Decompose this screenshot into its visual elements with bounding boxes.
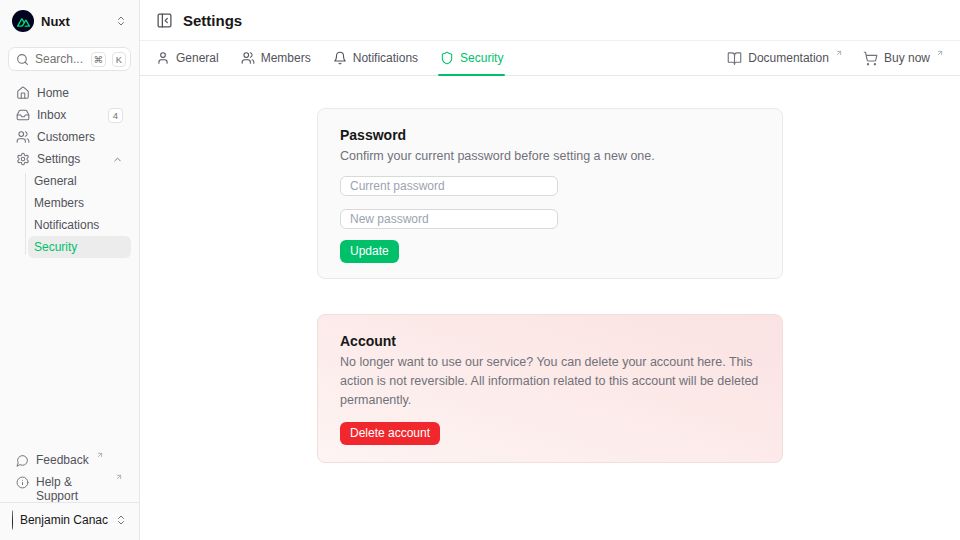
new-password-field[interactable] bbox=[340, 209, 558, 229]
info-circle-icon bbox=[16, 476, 29, 489]
team-switcher[interactable]: Nuxt bbox=[8, 8, 131, 34]
search-icon bbox=[16, 53, 29, 66]
collapse-sidebar-icon[interactable] bbox=[156, 12, 173, 29]
subitem-label: Security bbox=[34, 240, 77, 254]
chevrons-up-down-icon bbox=[115, 514, 127, 526]
sidebar-item-customers[interactable]: Customers bbox=[8, 126, 131, 148]
sidebar-item-home[interactable]: Home bbox=[8, 82, 131, 104]
sidebar-subitem-security[interactable]: Security bbox=[28, 236, 131, 258]
users-icon bbox=[16, 130, 30, 144]
feedback-link[interactable]: Feedback bbox=[8, 451, 131, 473]
buy-now-link[interactable]: Buy now bbox=[863, 51, 944, 66]
subitem-label: General bbox=[34, 174, 77, 188]
account-card: Account No longer want to use our servic… bbox=[317, 314, 783, 463]
sidebar-item-inbox[interactable]: Inbox 4 bbox=[8, 104, 131, 126]
search-input[interactable]: Search... ⌘ K bbox=[8, 47, 131, 71]
sidebar-item-settings[interactable]: Settings bbox=[8, 148, 131, 170]
sidebar-item-label: Inbox bbox=[37, 108, 101, 122]
tab-security[interactable]: Security bbox=[440, 41, 503, 75]
users-icon bbox=[241, 51, 255, 65]
shield-icon bbox=[440, 51, 454, 65]
page-header: Settings bbox=[140, 0, 960, 41]
top-links: Documentation Buy now bbox=[727, 51, 944, 66]
gear-icon bbox=[16, 152, 30, 166]
account-card-description: No longer want to use our service? You c… bbox=[340, 353, 760, 410]
user-menu[interactable]: Benjamin Canac bbox=[8, 503, 131, 532]
cart-icon bbox=[863, 51, 878, 66]
home-icon bbox=[16, 86, 30, 100]
tab-bar: General Members Notifications Security D… bbox=[140, 41, 960, 76]
inbox-icon bbox=[16, 108, 30, 122]
password-card: Password Confirm your current password b… bbox=[317, 108, 783, 279]
settings-subnav: General Members Notifications Security bbox=[25, 170, 131, 258]
sidebar-item-label: Home bbox=[37, 86, 123, 100]
page-title: Settings bbox=[183, 12, 242, 29]
avatar bbox=[12, 510, 13, 530]
inbox-count-badge: 4 bbox=[108, 108, 123, 123]
tabs: General Members Notifications Security bbox=[156, 41, 503, 75]
search-placeholder: Search... bbox=[35, 52, 85, 66]
top-link-label: Buy now bbox=[884, 51, 930, 65]
sidebar-nav: Home Inbox 4 Customers Settings General … bbox=[8, 82, 131, 258]
account-card-title: Account bbox=[340, 333, 760, 349]
chevron-up-icon bbox=[112, 154, 123, 165]
chat-bubble-icon bbox=[16, 454, 29, 467]
tab-label: Notifications bbox=[353, 51, 418, 65]
external-link-icon bbox=[835, 49, 843, 57]
nuxt-logo-icon bbox=[12, 10, 34, 32]
footer-link-label: Feedback bbox=[36, 453, 89, 467]
external-link-icon bbox=[936, 49, 944, 57]
subitem-label: Members bbox=[34, 196, 84, 210]
documentation-link[interactable]: Documentation bbox=[727, 51, 843, 66]
team-name: Nuxt bbox=[41, 14, 108, 29]
subitem-label: Notifications bbox=[34, 218, 99, 232]
password-card-description: Confirm your current password before set… bbox=[340, 147, 760, 166]
tab-label: General bbox=[176, 51, 219, 65]
footer-link-label: Help & Support bbox=[36, 475, 108, 503]
sidebar-subitem-general[interactable]: General bbox=[28, 170, 131, 192]
sidebar: Nuxt Search... ⌘ K Home Inbox 4 Customer… bbox=[0, 0, 140, 540]
sidebar-item-label: Customers bbox=[37, 130, 123, 144]
current-password-field[interactable] bbox=[340, 176, 558, 196]
top-link-label: Documentation bbox=[748, 51, 829, 65]
book-open-icon bbox=[727, 51, 742, 66]
sidebar-subitem-notifications[interactable]: Notifications bbox=[28, 214, 131, 236]
bell-icon bbox=[333, 51, 347, 65]
tab-notifications[interactable]: Notifications bbox=[333, 41, 418, 75]
chevrons-up-down-icon bbox=[115, 15, 127, 27]
main-area: Settings General Members Notifications S… bbox=[140, 0, 960, 540]
external-link-icon bbox=[96, 451, 104, 459]
password-card-title: Password bbox=[340, 127, 760, 143]
user-icon bbox=[156, 51, 170, 65]
external-link-icon bbox=[115, 473, 123, 481]
sidebar-subitem-members[interactable]: Members bbox=[28, 192, 131, 214]
tab-label: Members bbox=[261, 51, 311, 65]
tab-members[interactable]: Members bbox=[241, 41, 311, 75]
user-name: Benjamin Canac bbox=[20, 513, 108, 527]
settings-security-panel: Password Confirm your current password b… bbox=[140, 76, 960, 540]
kbd-meta: ⌘ bbox=[91, 52, 107, 67]
tab-label: Security bbox=[460, 51, 503, 65]
sidebar-item-label: Settings bbox=[37, 152, 105, 166]
kbd-k: K bbox=[112, 52, 126, 67]
sidebar-spacer bbox=[8, 258, 131, 451]
help-support-link[interactable]: Help & Support bbox=[8, 473, 131, 495]
delete-account-button[interactable]: Delete account bbox=[340, 422, 440, 445]
tab-general[interactable]: General bbox=[156, 41, 219, 75]
update-password-button[interactable]: Update bbox=[340, 240, 399, 263]
